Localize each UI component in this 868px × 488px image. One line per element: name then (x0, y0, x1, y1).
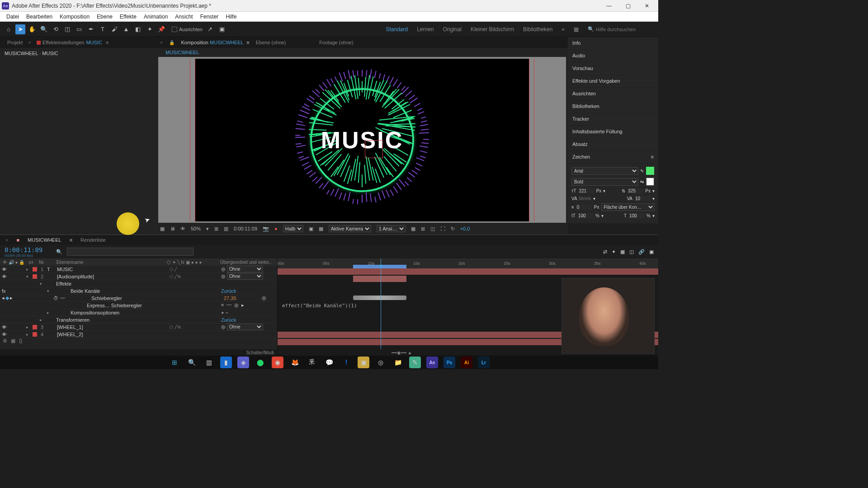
leading-field[interactable] (627, 188, 643, 194)
tab-menu-icon[interactable]: ≡ (70, 237, 72, 243)
firefox-icon[interactable]: 🦊 (289, 357, 301, 368)
taskview-icon[interactable]: ▥ (203, 357, 215, 368)
layer-row-wheel2[interactable]: 👁▸ 4 [WHEEL_2] (0, 331, 277, 338)
align-checkbox[interactable]: Ausrichten (172, 27, 203, 32)
lightroom-icon[interactable]: Lr (478, 357, 490, 368)
menu-effekte[interactable]: Effekte (116, 14, 140, 20)
track-bar-music[interactable] (278, 268, 658, 275)
composition-view[interactable]: MUSIC (195, 59, 529, 221)
expr-graph-icon[interactable]: 〰 (226, 302, 231, 308)
stopwatch-icon[interactable]: ⏱ (53, 296, 58, 301)
toggle-icon[interactable]: ▦ (11, 338, 15, 344)
panel-audio[interactable]: Audio (568, 50, 658, 62)
menu-hilfe[interactable]: Hilfe (222, 14, 240, 20)
workspace-bibliotheken[interactable]: Bibliotheken (523, 26, 552, 33)
comp-breadcrumb[interactable]: MUSICWHEEL (156, 48, 568, 57)
maximize-button[interactable]: ▢ (618, 0, 637, 11)
track-bar-audio[interactable] (353, 276, 406, 282)
font-size-field[interactable] (578, 188, 594, 194)
footer-timecode[interactable]: 0:00:11:09 (234, 226, 257, 231)
workspace-overflow-icon[interactable]: » (561, 26, 565, 33)
menu-datei[interactable]: Datei (3, 14, 23, 20)
font-family-select[interactable]: Arial (571, 167, 638, 175)
resolution-select[interactable]: Halb (283, 225, 303, 232)
tab-close-icon[interactable]: × (160, 40, 163, 45)
next-key-icon[interactable]: ▸ (10, 295, 13, 301)
footer-icon[interactable]: ⊞ (421, 226, 425, 232)
panel-effekte-vorgaben[interactable]: Effekte und Vorgaben (568, 75, 658, 87)
tracking-field[interactable] (634, 196, 651, 202)
panel-vorschau[interactable]: Vorschau (568, 62, 658, 75)
illustrator-icon[interactable]: Ai (461, 357, 472, 368)
text-tool[interactable]: T (98, 24, 108, 34)
panel-bibliotheken[interactable]: Bibliotheken (568, 100, 658, 113)
expr-menu-icon[interactable]: ▸ (241, 302, 244, 308)
app-icon[interactable]: ◉ (272, 357, 283, 368)
search-icon[interactable]: 🔍 (186, 357, 198, 368)
schieberegler-value[interactable]: 27,35 (224, 296, 260, 301)
tab-renderliste[interactable]: Renderliste (80, 237, 106, 243)
plus-icon[interactable]: + (221, 310, 224, 315)
expr-enable-icon[interactable]: = (221, 302, 224, 308)
layer-beide-kanaele[interactable]: fx▾ Beide Kanäle Zurück (0, 287, 277, 295)
timeline-search[interactable] (67, 248, 193, 256)
prev-key-icon[interactable]: ◂ (2, 295, 5, 301)
graph-icon[interactable]: 〰 (60, 296, 65, 301)
panel-tracker[interactable]: Tracker (568, 113, 658, 125)
panel-ausrichten[interactable]: Ausrichten (568, 88, 658, 100)
menu-bearbeiten[interactable]: Bearbeiten (23, 14, 56, 20)
mask-icon[interactable]: 👁 (180, 226, 185, 231)
camera-select[interactable]: Aktive Kamera (329, 225, 371, 232)
expr-pickwhip-icon[interactable]: ◎ (234, 302, 239, 308)
tab-ebene[interactable]: Ebene (ohne) (256, 40, 286, 45)
messenger-icon[interactable]: 💬 (323, 357, 335, 368)
reset-link[interactable]: Zurück (221, 288, 275, 294)
stamp-tool[interactable]: ▲ (121, 24, 131, 34)
footer-icon[interactable]: ⛶ (440, 226, 445, 231)
roto-tool[interactable]: ✦ (145, 24, 155, 34)
footer-icon[interactable]: ◫ (430, 226, 435, 232)
explorer-icon[interactable]: 📁 (392, 357, 404, 368)
keyframe-icon[interactable]: ◆ (5, 295, 9, 301)
viewport[interactable]: MUSIC (158, 57, 566, 223)
start-icon[interactable]: ⊞ (169, 357, 180, 368)
zoom-tool[interactable]: 🔍 (39, 24, 49, 34)
menu-ebene[interactable]: Ebene (93, 14, 116, 20)
whatsapp-icon[interactable]: ⬤ (255, 357, 266, 368)
help-search[interactable]: 🔍 (588, 26, 655, 32)
timeline-tool-icon[interactable]: ▣ (649, 249, 654, 255)
reset-link[interactable]: Zurück (221, 317, 275, 323)
stroke-color-swatch[interactable] (646, 177, 655, 186)
channel-icon[interactable]: ● (274, 226, 278, 231)
fill-stroke-select[interactable]: Fläche über Kon… (601, 203, 655, 211)
playhead[interactable] (381, 258, 381, 349)
menu-komposition[interactable]: Komposition (56, 14, 93, 20)
tab-close-icon[interactable]: × (5, 237, 8, 243)
layer-kompoptionen[interactable]: ▸ Kompositionsoptionen + − (0, 309, 277, 316)
minus-icon[interactable]: − (226, 310, 228, 315)
swap-icon[interactable]: ⇆ (640, 179, 644, 184)
layer-row-music[interactable]: 👁▸ 1 T MUSIC ⬡ ╱ ◎ Ohne (0, 266, 277, 273)
timeline-tab-name[interactable]: MUSICWHEEL (28, 237, 61, 243)
search-icon[interactable]: 🔍 (56, 249, 62, 255)
eraser-tool[interactable]: ◧ (133, 24, 143, 34)
timeline-tool-icon[interactable]: ◫ (629, 249, 634, 255)
app-icon[interactable]: ◈ (237, 357, 249, 368)
workspace-standard[interactable]: Standard (386, 26, 408, 33)
tab-projekt[interactable]: Projekt (4, 38, 26, 47)
app-icon[interactable]: ▮ (220, 357, 232, 368)
layer-schieberegler[interactable]: ◂◆▸ ⏱ 〰 Schieberegler 27,35 ◎ (0, 295, 277, 302)
grid-icon[interactable]: ⊞ (214, 226, 218, 232)
after-effects-icon[interactable]: Ae (426, 357, 438, 368)
vscale-field[interactable] (577, 213, 594, 219)
brush-tool[interactable]: 🖌 (109, 24, 119, 34)
menu-fenster[interactable]: Fenster (197, 14, 222, 20)
tab-effekteinstellungen[interactable]: Effekteinstellungen MUSIC ≡ (33, 38, 113, 47)
menu-animation[interactable]: Animation (140, 14, 171, 20)
snapping-icon[interactable]: ↗ (205, 24, 215, 34)
transparent-icon[interactable]: ▦ (319, 226, 323, 232)
tab-footage[interactable]: Footage (ohne) (319, 40, 353, 45)
time-ruler[interactable]: 00s 05s 10s 15s 20s 25s 30s 35s 40s (278, 258, 658, 268)
hscale-field[interactable] (628, 213, 645, 219)
timeline-tool-icon[interactable]: 🔗 (638, 249, 645, 255)
